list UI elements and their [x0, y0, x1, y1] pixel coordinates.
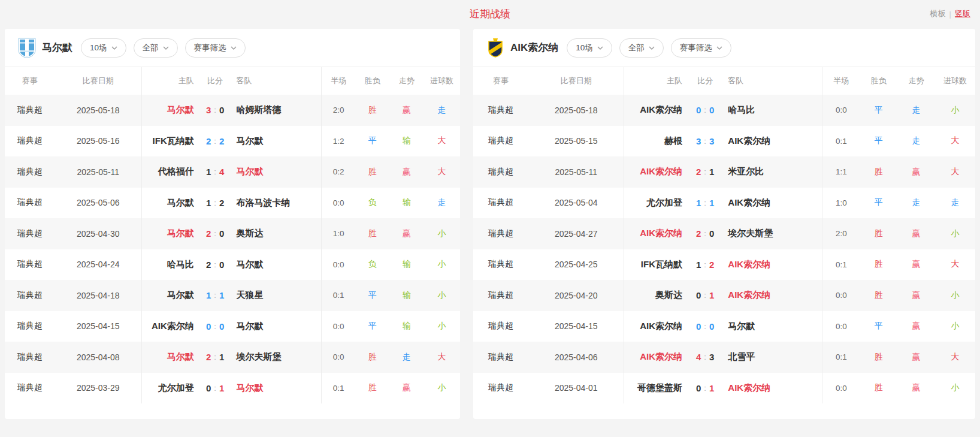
team-panels: 马尔默 10场 全部 赛事筛选 赛事比赛日期主队比分客队半场胜负走势进球数 瑞典… — [0, 29, 980, 419]
column-header-home-team: 主队 — [624, 67, 687, 95]
trend-cell: 赢 — [897, 249, 935, 281]
date-cell: 2025-04-18 — [55, 280, 141, 311]
home-team-cell: AIK索尔纳 — [624, 156, 687, 188]
home-team-cell: IFK瓦纳默 — [624, 249, 687, 281]
league-cell: 瑞典超 — [473, 373, 528, 404]
date-cell: 2025-04-15 — [528, 311, 624, 342]
halftime-cell: 2:0 — [822, 218, 860, 249]
away-team-cell: 埃尔夫斯堡 — [231, 342, 321, 373]
match-count-dropdown[interactable]: 10场 — [567, 38, 612, 58]
halftime-cell: 1:0 — [822, 188, 860, 219]
match-row: 瑞典超2025-03-29尤尔加登0:1马尔默0:1胜赢小 — [5, 373, 460, 404]
chevron-down-icon — [597, 46, 603, 50]
result-cell: 平 — [355, 126, 389, 157]
scope-dropdown[interactable]: 全部 — [619, 38, 664, 58]
competition-filter-dropdown[interactable]: 赛事筛选 — [671, 38, 731, 58]
away-team-cell: 哈姆斯塔德 — [231, 95, 321, 126]
away-team-cell: 布洛马波卡纳 — [231, 188, 321, 219]
league-cell: 瑞典超 — [5, 218, 55, 249]
trend-cell: 输 — [389, 280, 424, 311]
date-cell: 2025-04-08 — [55, 342, 141, 373]
trend-cell: 输 — [389, 311, 424, 342]
away-team-cell: 马尔默 — [231, 156, 321, 188]
home-team-cell: 马尔默 — [141, 280, 199, 311]
halftime-cell: 1:1 — [822, 156, 860, 188]
date-cell: 2025-05-16 — [55, 126, 141, 157]
view-vertical-link[interactable]: 竖版 — [955, 8, 970, 19]
goals-cell: 大 — [424, 126, 460, 157]
score-cell: 0:0 — [199, 311, 232, 342]
score-cell: 0:1 — [687, 373, 723, 404]
column-header-result: 胜负 — [860, 67, 897, 95]
league-cell: 瑞典超 — [473, 95, 528, 126]
trend-cell: 输 — [389, 126, 424, 157]
goals-cell: 小 — [424, 280, 460, 311]
away-team-cell: 奥斯达 — [231, 218, 321, 249]
halftime-cell: 0:0 — [321, 249, 355, 281]
date-cell: 2025-04-06 — [528, 342, 624, 373]
match-row: 瑞典超2025-04-18马尔默1:1天狼星0:1平输小 — [5, 280, 460, 311]
view-horizontal-link[interactable]: 横板 — [930, 8, 946, 19]
panel-header: 马尔默 10场 全部 赛事筛选 — [5, 29, 460, 67]
match-row: 瑞典超2025-05-18AIK索尔纳0:0哈马比0:0平走小 — [473, 95, 975, 126]
score-cell: 0:0 — [687, 95, 723, 126]
match-row: 瑞典超2025-05-11代格福什1:4马尔默0:2胜赢大 — [5, 156, 460, 188]
match-row: 瑞典超2025-05-06马尔默1:2布洛马波卡纳0:0负输走 — [5, 188, 460, 219]
match-row: 瑞典超2025-05-11AIK索尔纳2:1米亚尔比1:1胜赢大 — [473, 156, 975, 188]
away-team-cell: 埃尔夫斯堡 — [723, 218, 822, 249]
league-cell: 瑞典超 — [473, 311, 528, 342]
trend-cell: 走 — [897, 126, 935, 157]
halftime-cell: 0:0 — [822, 373, 860, 404]
date-cell: 2025-04-25 — [528, 249, 624, 281]
date-cell: 2025-05-18 — [55, 95, 141, 126]
home-team-cell: AIK索尔纳 — [624, 218, 687, 249]
result-cell: 胜 — [355, 218, 389, 249]
chevron-down-icon — [649, 46, 655, 50]
date-cell: 2025-05-15 — [528, 126, 624, 157]
halftime-cell: 0:1 — [321, 373, 355, 404]
chevron-down-icon — [111, 46, 117, 50]
date-cell: 2025-04-24 — [55, 249, 141, 281]
league-cell: 瑞典超 — [5, 126, 55, 157]
match-count-dropdown[interactable]: 10场 — [81, 38, 126, 58]
column-header-halftime: 半场 — [321, 67, 355, 95]
chevron-down-icon — [163, 46, 169, 50]
panel-header: AIK索尔纳 10场 全部 赛事筛选 — [473, 29, 975, 67]
league-cell: 瑞典超 — [5, 342, 55, 373]
match-count-label: 10场 — [90, 43, 107, 53]
goals-cell: 大 — [935, 249, 975, 281]
column-header-league: 赛事 — [5, 67, 55, 95]
chevron-down-icon — [231, 46, 237, 50]
score-cell: 1:2 — [199, 188, 232, 219]
halftime-cell: 0:0 — [321, 342, 355, 373]
halftime-cell: 0:0 — [321, 311, 355, 342]
result-cell: 平 — [355, 280, 389, 311]
halftime-cell: 0:1 — [822, 342, 860, 373]
league-cell: 瑞典超 — [473, 188, 528, 219]
goals-cell: 走 — [424, 188, 460, 219]
away-team-cell: AIK索尔纳 — [723, 280, 822, 311]
score-cell: 1:2 — [687, 249, 723, 281]
match-row: 瑞典超2025-04-06AIK索尔纳4:3北雪平0:1胜赢大 — [473, 342, 975, 373]
away-team-cell: 马尔默 — [231, 249, 321, 281]
away-team-cell: 马尔默 — [231, 311, 321, 342]
match-rows: 瑞典超2025-05-18马尔默3:0哈姆斯塔德2:0胜赢走瑞典超2025-05… — [5, 95, 460, 403]
match-row: 瑞典超2025-04-01哥德堡盖斯0:1AIK索尔纳0:0胜赢小 — [473, 373, 975, 404]
goals-cell: 小 — [935, 311, 975, 342]
match-row: 瑞典超2025-05-18马尔默3:0哈姆斯塔德2:0胜赢走 — [5, 95, 460, 126]
match-count-label: 10场 — [576, 43, 593, 53]
home-team-cell: 马尔默 — [141, 188, 199, 219]
column-header-home-team: 主队 — [141, 67, 199, 95]
date-cell: 2025-05-18 — [528, 95, 624, 126]
away-team-cell: 马尔默 — [723, 311, 822, 342]
score-cell: 3:0 — [199, 95, 232, 126]
home-team-cell: 马尔默 — [141, 218, 199, 249]
column-header-date: 比赛日期 — [528, 67, 624, 95]
halftime-cell: 0:2 — [321, 156, 355, 188]
competition-filter-dropdown[interactable]: 赛事筛选 — [185, 38, 246, 58]
match-row: 瑞典超2025-05-15赫根3:3AIK索尔纳0:1平走大 — [473, 126, 975, 157]
result-cell: 胜 — [860, 373, 897, 404]
trend-cell: 赢 — [897, 311, 935, 342]
aik-logo-icon — [486, 38, 504, 58]
scope-dropdown[interactable]: 全部 — [134, 38, 178, 58]
